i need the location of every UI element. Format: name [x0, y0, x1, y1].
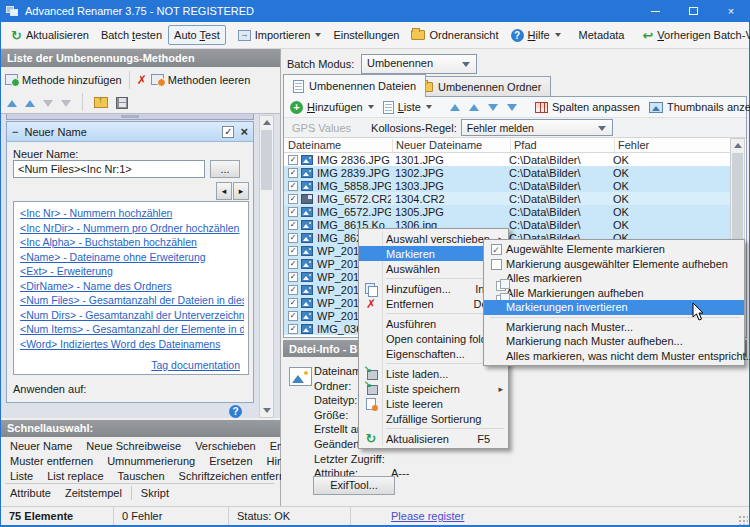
- collapse-icon[interactable]: −: [12, 126, 18, 138]
- add-method-button[interactable]: Methode hinzufügen: [22, 74, 122, 86]
- row-checkbox[interactable]: ✓: [288, 311, 298, 321]
- clear-methods-button[interactable]: Methoden leeren: [168, 74, 251, 86]
- table-row[interactable]: ✓IMG 2839.JPG1302.JPGC:\Data\Bilder\OK: [284, 166, 730, 179]
- row-checkbox[interactable]: ✓: [288, 246, 298, 256]
- row-checkbox[interactable]: ✓: [288, 233, 298, 243]
- quick-button[interactable]: Attribute: [3, 486, 58, 500]
- tag-documentation-link[interactable]: Tag documentation: [151, 359, 240, 371]
- row-checkbox[interactable]: ✓: [288, 155, 298, 165]
- scrollbar-thumb[interactable]: [261, 130, 272, 190]
- menu-item-liste-leeren[interactable]: Liste leeren: [359, 396, 508, 411]
- toolbar-importieren[interactable]: Importieren: [232, 25, 328, 45]
- tag-link[interactable]: <Name> - Dateiname ohne Erweiterung: [20, 251, 244, 263]
- batch-mode-dropdown[interactable]: Umbenennen: [361, 54, 477, 74]
- tag-link[interactable]: <DirName> - Name des Ordners: [20, 280, 244, 292]
- resize-grip[interactable]: [738, 515, 748, 525]
- arr-up-button[interactable]: [466, 102, 482, 113]
- toolbar-auto-test[interactable]: Auto Test: [168, 25, 226, 45]
- arr-down-button[interactable]: [485, 102, 501, 113]
- column-header[interactable]: Dateiname: [288, 139, 341, 151]
- submenu-item-alles-markieren-was-nicht-dem-muster-entspricht[interactable]: Alles markieren, was nicht dem Muster en…: [484, 349, 744, 364]
- quick-button[interactable]: Zeitstempel: [58, 486, 129, 500]
- list-toolbar-hinzuf-gen[interactable]: +Hinzufügen: [287, 99, 377, 116]
- quick-button[interactable]: Verschieben: [188, 439, 263, 453]
- methods-scrollbar[interactable]: [259, 115, 274, 418]
- arr-down-dis-button[interactable]: [43, 96, 53, 108]
- tag-link[interactable]: <Num Files> - Gesamtanzahl der Dateien i…: [20, 294, 244, 306]
- tab-rename-files[interactable]: Umbenennen Dateien: [283, 74, 426, 97]
- column-header[interactable]: Pfad: [514, 139, 537, 151]
- row-checkbox[interactable]: ✓: [288, 220, 298, 230]
- column-header[interactable]: Fehler: [618, 139, 649, 151]
- please-register-link[interactable]: Please register: [351, 507, 472, 525]
- row-checkbox[interactable]: ✓: [288, 298, 298, 308]
- row-checkbox[interactable]: ✓: [288, 194, 298, 204]
- tab-rename-folders[interactable]: Umbenennen Ordner: [409, 76, 551, 97]
- list-toolbar-spalten-anpassen[interactable]: Spalten anpassen: [532, 99, 643, 115]
- tags-next-button[interactable]: ▸: [233, 182, 249, 200]
- tag-link[interactable]: <Word> Indiziertes Word des Dateinamens: [20, 338, 244, 350]
- tag-link[interactable]: <Inc Nr> - Nummern hochzählen: [20, 207, 244, 219]
- submenu-item-augewählte-elemente-markieren[interactable]: ✓Augewählte Elemente markieren: [484, 242, 744, 257]
- method-enabled-checkbox[interactable]: ✓: [222, 126, 234, 138]
- row-checkbox[interactable]: ✓: [288, 324, 298, 334]
- gps-values-button[interactable]: GPS Values: [284, 122, 359, 134]
- row-checkbox[interactable]: ✓: [288, 285, 298, 295]
- tag-link[interactable]: <Num Dirs> - Gesamtanzahl der Unterverze…: [20, 309, 244, 321]
- quick-button[interactable]: Ersetzen: [202, 454, 259, 468]
- list-toolbar-liste[interactable]: Liste: [380, 99, 435, 116]
- quick-button[interactable]: Umnummerierung: [100, 454, 202, 468]
- quick-button[interactable]: Muster entfernen: [3, 454, 100, 468]
- close-button[interactable]: ×: [712, 0, 750, 22]
- toolbar-aktualisieren[interactable]: ↻Aktualisieren: [5, 25, 95, 45]
- arr-bottom-dis-button[interactable]: [61, 96, 71, 108]
- scroll-down-icon[interactable]: [260, 404, 273, 417]
- tag-link[interactable]: <Inc NrDir> - Nummern pro Ordner hochzäh…: [20, 222, 244, 234]
- toolbar-metadata[interactable]: Metadata: [573, 25, 631, 45]
- toolbar-ordneransicht[interactable]: Ordneransicht: [405, 25, 504, 45]
- table-row[interactable]: ✓IMG_5858.JPG1303.JPGC:\Data\Bilder\OK: [284, 179, 730, 192]
- row-checkbox[interactable]: ✓: [288, 207, 298, 217]
- arr-up-button[interactable]: [25, 96, 35, 108]
- quick-button[interactable]: List replace: [40, 469, 110, 483]
- save-button[interactable]: [116, 95, 128, 108]
- toolbar-vorherigen-batch-vorgang-wiederherstellen[interactable]: ↩Vorherigen Batch-Vorgang wiederherstell…: [636, 25, 750, 45]
- submenu-item-alle-markierungen-aufheben[interactable]: Alle Markierungen aufheben: [484, 286, 744, 301]
- menu-item-liste-speichern[interactable]: Liste speichern▸: [359, 381, 508, 396]
- quick-button[interactable]: Tauschen: [111, 469, 172, 483]
- table-row[interactable]: ✓IMG_6572.CR21304.CR2C:\Data\Bilder\OK: [284, 192, 730, 205]
- minimize-button[interactable]: [636, 0, 674, 22]
- submenu-item-markierung-ausgewählter-elemente-aufheben[interactable]: Markierung ausgewählter Elemente aufhebe…: [484, 257, 744, 272]
- toolbar-hilfe[interactable]: ?Hilfe: [505, 25, 567, 46]
- collision-rule-dropdown[interactable]: Fehler melden: [461, 119, 613, 136]
- exiftool-button[interactable]: ExifTool...: [313, 476, 395, 495]
- menu-item-liste-laden[interactable]: Liste laden...: [359, 366, 508, 381]
- scroll-up-icon[interactable]: [731, 139, 744, 152]
- maximize-button[interactable]: [674, 0, 712, 22]
- column-header[interactable]: Neuer Dateiname: [396, 139, 482, 151]
- menu-item-aktualisieren[interactable]: ↻AktualisierenF5: [359, 431, 508, 446]
- tag-link[interactable]: <Inc Alpha> - Buchstaben hochzählen: [20, 236, 244, 248]
- quick-button[interactable]: Neuer Name: [3, 439, 79, 453]
- row-checkbox[interactable]: ✓: [288, 168, 298, 178]
- tag-link[interactable]: <Ext> - Erweiterung: [20, 265, 244, 277]
- menu-item-zufällige-sortierung[interactable]: Zufällige Sortierung: [359, 411, 508, 426]
- quick-button[interactable]: Neue Schreibweise: [79, 439, 188, 453]
- toolbar-einstellungen[interactable]: Einstellungen: [327, 25, 405, 45]
- scroll-up-icon[interactable]: [260, 116, 273, 129]
- new-name-input[interactable]: <Num Files><Inc Nr:1>: [13, 160, 205, 178]
- list-toolbar-thumbnails-anzeigen[interactable]: Thumbnails anzeigen: [646, 99, 750, 115]
- table-row[interactable]: ✓IMG_6572.JPG1305.JPGC:\Data\Bilder\OK: [284, 205, 730, 218]
- method-close-icon[interactable]: ×: [240, 124, 248, 139]
- help-icon[interactable]: ?: [229, 405, 242, 418]
- arr-top-button[interactable]: [447, 102, 463, 113]
- submenu-item-markierung-nach-muster-aufheben[interactable]: Markierung nach Muster aufheben...: [484, 334, 744, 349]
- toolbar-batch-testen[interactable]: Batch testen: [95, 25, 168, 45]
- folderopen-button[interactable]: [94, 96, 108, 109]
- submenu-item-alles-markieren[interactable]: Alles markieren: [484, 271, 744, 286]
- row-checkbox[interactable]: ✓: [288, 181, 298, 191]
- row-checkbox[interactable]: ✓: [288, 272, 298, 282]
- browse-button[interactable]: ...: [210, 160, 240, 178]
- table-row[interactable]: ✓IMG 2836.JPG1301.JPGC:\Data\Bilder\OK: [284, 153, 730, 166]
- arr-bottom-button[interactable]: [504, 102, 520, 113]
